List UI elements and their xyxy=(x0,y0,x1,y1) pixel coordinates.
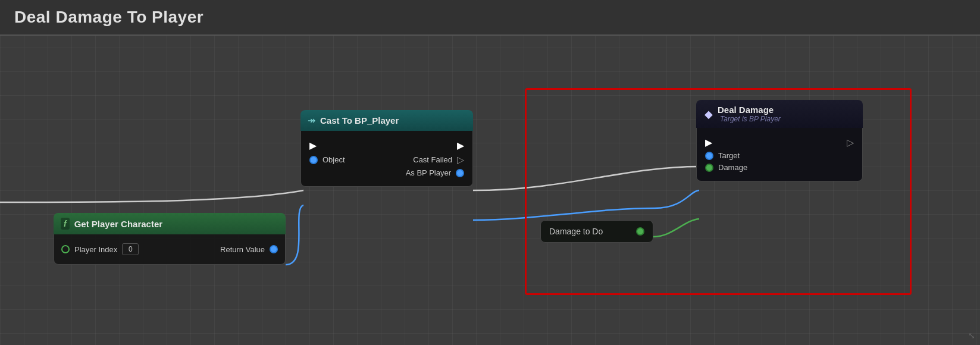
damage-label: Damage xyxy=(718,163,747,172)
player-index-pin-dot xyxy=(61,245,70,253)
node-cast-bp-player[interactable]: ↠ Cast To BP_Player ▶ ▶ Object Cast Fail… xyxy=(300,110,473,187)
wire-return-to-object xyxy=(286,205,303,265)
node-get-player-character[interactable]: f Get Player Character Player Index 0 Re… xyxy=(54,213,286,265)
wire-as-bp-player-to-target xyxy=(473,190,699,220)
node-title-get-player: Get Player Character xyxy=(74,219,162,229)
object-pin-row: Object Cast Failed ▷ xyxy=(309,154,464,165)
as-bp-player-pin-row: As BP Player xyxy=(309,168,464,177)
graph-title: Deal Damage To Player xyxy=(14,8,203,27)
deal-exec-out-pin: ▷ xyxy=(847,137,854,148)
damage-pin-row: Damage xyxy=(705,163,854,172)
cast-failed-pin: ▷ xyxy=(457,154,464,165)
node-damage-todo-body: Damage to Do xyxy=(540,220,653,243)
object-pin-dot xyxy=(309,156,318,164)
as-bp-player-label: As BP Player xyxy=(406,168,451,177)
exec-in-pin: ▶ xyxy=(309,140,317,151)
node-deal-header: ◆ Deal Damage Target is BP Player xyxy=(696,100,863,128)
object-label: Object xyxy=(323,155,345,164)
target-label: Target xyxy=(718,151,740,160)
node-title-deal: Deal Damage xyxy=(718,105,781,115)
player-index-pin-row: Player Index 0 Return Value xyxy=(61,243,278,255)
deal-exec-pins-row: ▶ ▷ xyxy=(705,137,854,148)
return-value-label: Return Value xyxy=(220,245,265,254)
node-get-player-header: f Get Player Character xyxy=(54,213,286,234)
function-icon: f xyxy=(61,218,70,230)
player-index-value[interactable]: 0 xyxy=(122,243,139,255)
damage-to-do-pin-dot xyxy=(636,227,644,236)
deal-exec-in-pin: ▶ xyxy=(705,137,712,148)
exec-wire-main xyxy=(0,190,303,202)
cast-failed-label: Cast Failed xyxy=(413,155,452,164)
node-get-player-body: Player Index 0 Return Value xyxy=(54,234,286,265)
target-pin-dot xyxy=(705,152,713,160)
exec-out-pin: ▶ xyxy=(457,140,464,151)
node-cast-header: ↠ Cast To BP_Player xyxy=(300,110,473,131)
resize-icon: ⤡ xyxy=(968,331,975,340)
damage-pin-dot xyxy=(705,164,713,172)
title-bar: Deal Damage To Player xyxy=(0,0,980,36)
node-deal-damage[interactable]: ◆ Deal Damage Target is BP Player ▶ ▷ Ta… xyxy=(696,100,863,181)
exec-wire-cast-to-deal xyxy=(473,167,699,190)
as-bp-player-pin-dot xyxy=(456,169,464,177)
wire-damage-to-damage-pin xyxy=(653,219,699,237)
cast-icon: ↠ xyxy=(308,115,315,126)
target-pin-row: Target xyxy=(705,151,854,160)
damage-to-do-label: Damage to Do xyxy=(549,227,603,236)
deal-title-group: Deal Damage Target is BP Player xyxy=(718,105,781,123)
node-deal-body: ▶ ▷ Target Damage xyxy=(696,128,863,181)
node-subtitle-deal: Target is BP Player xyxy=(720,115,781,123)
exec-pins-row: ▶ ▶ xyxy=(309,140,464,151)
node-damage-to-do[interactable]: Damage to Do xyxy=(540,220,653,243)
diamond-icon: ◆ xyxy=(705,108,713,121)
node-title-cast: Cast To BP_Player xyxy=(320,115,399,126)
return-value-pin-dot xyxy=(270,245,278,253)
node-cast-body: ▶ ▶ Object Cast Failed ▷ As BP Player xyxy=(300,131,473,187)
player-index-label: Player Index xyxy=(74,245,117,254)
blueprint-canvas: Deal Damage To Player f Get Player Chara… xyxy=(0,0,980,345)
